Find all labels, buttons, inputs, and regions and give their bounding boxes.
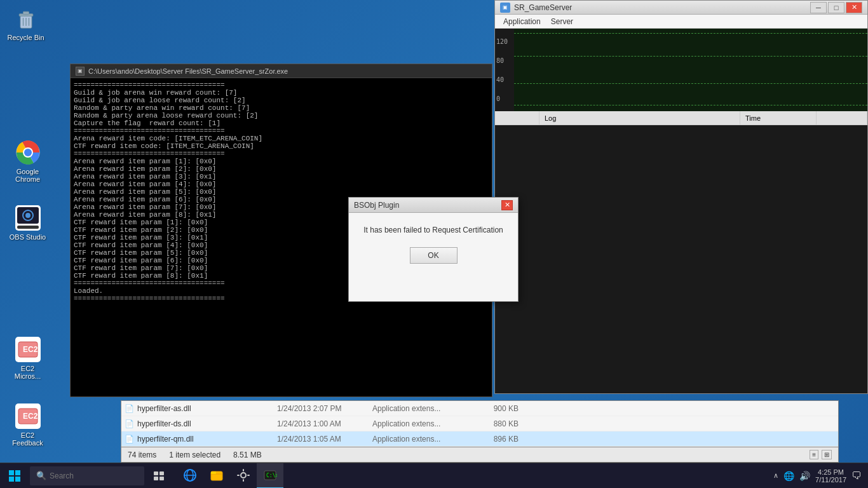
tray-chevron-icon[interactable]: ∧	[773, 471, 778, 480]
svg-rect-28	[159, 477, 164, 480]
windows-logo-icon	[8, 470, 21, 482]
svg-point-34	[241, 473, 246, 478]
taskbar-date-value: 7/11/2017	[815, 476, 846, 484]
tools-icon	[236, 468, 250, 482]
taskbar-app-explorer[interactable]	[203, 463, 230, 489]
svg-rect-37	[237, 475, 240, 476]
dialog-close-button[interactable]: ✕	[501, 200, 513, 210]
svg-rect-22	[15, 470, 20, 475]
taskbar: 🔍	[0, 463, 868, 488]
notification-button[interactable]: 🗨	[851, 470, 862, 482]
dialog-overlay: BSObj Plugin ✕ It has been failed to Req…	[0, 0, 868, 488]
task-view-button[interactable]	[146, 463, 173, 489]
dialog-box: BSObj Plugin ✕ It has been failed to Req…	[348, 197, 519, 302]
svg-rect-25	[154, 471, 158, 475]
dialog-titlebar: BSObj Plugin ✕	[349, 198, 518, 213]
desktop: Recycle Bin Google Chrome	[0, 0, 868, 488]
explorer-icon	[210, 468, 224, 482]
taskbar-clock: 4:25 PM 7/11/2017	[815, 468, 846, 484]
start-button[interactable]	[0, 463, 29, 489]
dialog-content: It has been failed to Request Certificat…	[349, 213, 518, 273]
terminal-icon: C:\>	[263, 468, 277, 482]
svg-rect-21	[9, 470, 14, 475]
taskbar-app-ie[interactable]	[177, 463, 203, 489]
ie-icon	[183, 468, 197, 482]
svg-rect-24	[15, 477, 20, 482]
svg-rect-38	[247, 475, 250, 476]
taskbar-apps: C:\>	[177, 463, 283, 489]
taskbar-app-tools[interactable]	[230, 463, 257, 489]
search-input[interactable]	[50, 471, 126, 480]
svg-rect-27	[154, 477, 158, 480]
taskbar-time-value: 4:25 PM	[818, 468, 844, 476]
search-icon: 🔍	[36, 471, 46, 480]
dialog-message: It has been failed to Request Certificat…	[363, 226, 503, 234]
task-view-icon	[154, 471, 165, 480]
taskbar-search[interactable]: 🔍	[30, 466, 144, 485]
volume-icon: 🔊	[799, 471, 810, 481]
svg-rect-26	[159, 471, 164, 475]
dialog-ok-button[interactable]: OK	[410, 247, 458, 264]
taskbar-right: ∧ 🌐 🔊 4:25 PM 7/11/2017 🗨	[767, 468, 868, 484]
svg-rect-35	[243, 469, 244, 471]
svg-rect-36	[243, 479, 244, 482]
network-icon: 🌐	[783, 471, 794, 481]
svg-text:C:\>: C:\>	[266, 473, 277, 478]
svg-rect-33	[211, 471, 216, 474]
taskbar-app-terminal[interactable]: C:\>	[257, 463, 283, 489]
dialog-title: BSObj Plugin	[354, 201, 399, 210]
svg-rect-23	[9, 477, 14, 482]
